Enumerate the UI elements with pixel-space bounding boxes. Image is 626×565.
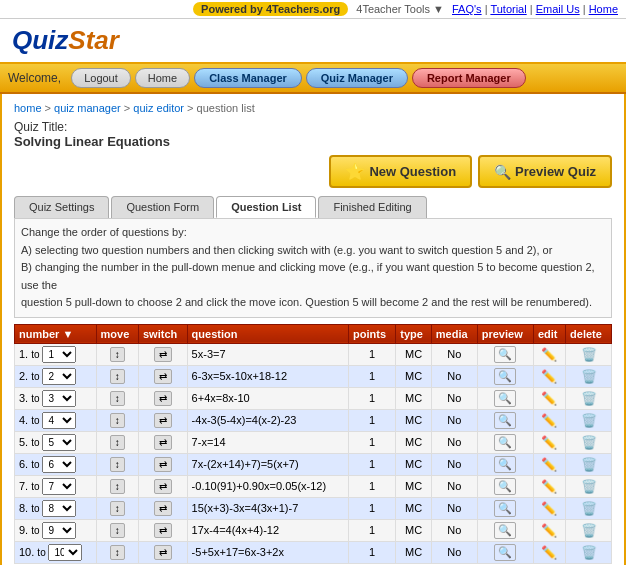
tabs: Quiz Settings Question Form Question Lis…	[14, 196, 612, 218]
delete-button[interactable]: 🗑️	[581, 457, 597, 472]
cell-delete: 🗑️	[566, 453, 612, 475]
move-button[interactable]: ↕	[110, 369, 125, 384]
cell-move: ↕	[96, 541, 138, 563]
class-manager-tab[interactable]: Class Manager	[194, 68, 302, 88]
tab-question-form[interactable]: Question Form	[111, 196, 214, 218]
delete-button[interactable]: 🗑️	[581, 479, 597, 494]
switch-button[interactable]: ⇄	[154, 523, 172, 538]
preview-button[interactable]: 🔍	[494, 368, 516, 385]
switch-button[interactable]: ⇄	[154, 545, 172, 560]
table-row: 10. to 12345678910 ↕ ⇄ -5+5x+17=6x-3+2x …	[15, 541, 612, 563]
cell-points: 1	[349, 387, 396, 409]
tab-quiz-settings[interactable]: Quiz Settings	[14, 196, 109, 218]
edit-button[interactable]: ✏️	[541, 545, 557, 560]
row-order-select[interactable]: 12345678910	[42, 346, 76, 363]
col-header-question: question	[187, 324, 348, 343]
switch-button[interactable]: ⇄	[154, 435, 172, 450]
cell-edit: ✏️	[533, 541, 565, 563]
delete-button[interactable]: 🗑️	[581, 347, 597, 362]
top-links: FAQ's | Tutorial | Email Us | Home	[452, 3, 618, 15]
faq-link[interactable]: FAQ's	[452, 3, 482, 15]
edit-button[interactable]: ✏️	[541, 501, 557, 516]
edit-button[interactable]: ✏️	[541, 479, 557, 494]
row-order-select[interactable]: 12345678910	[42, 390, 76, 407]
cell-media: No	[431, 387, 477, 409]
home-nav-button[interactable]: Home	[135, 68, 190, 88]
delete-button[interactable]: 🗑️	[581, 435, 597, 450]
switch-button[interactable]: ⇄	[154, 479, 172, 494]
row-order-select[interactable]: 12345678910	[42, 456, 76, 473]
preview-button[interactable]: 🔍	[494, 456, 516, 473]
edit-button[interactable]: ✏️	[541, 369, 557, 384]
preview-button[interactable]: 🔍	[494, 544, 516, 561]
edit-button[interactable]: ✏️	[541, 523, 557, 538]
cell-media: No	[431, 431, 477, 453]
switch-button[interactable]: ⇄	[154, 413, 172, 428]
tab-finished-editing[interactable]: Finished Editing	[318, 196, 426, 218]
row-order-select[interactable]: 12345678910	[42, 412, 76, 429]
main-content: home > quiz manager > quiz editor > ques…	[0, 94, 626, 565]
cell-num: 4. to 12345678910	[15, 409, 97, 431]
cell-points: 1	[349, 475, 396, 497]
cell-type: MC	[396, 453, 432, 475]
move-button[interactable]: ↕	[110, 347, 125, 362]
col-header-preview: preview	[477, 324, 533, 343]
delete-button[interactable]: 🗑️	[581, 501, 597, 516]
edit-button[interactable]: ✏️	[541, 435, 557, 450]
edit-button[interactable]: ✏️	[541, 391, 557, 406]
email-link[interactable]: Email Us	[536, 3, 580, 15]
tutorial-link[interactable]: Tutorial	[490, 3, 526, 15]
teacher-tools[interactable]: 4Teacher Tools ▼	[356, 3, 444, 15]
preview-button[interactable]: 🔍	[494, 522, 516, 539]
preview-button[interactable]: 🔍	[494, 390, 516, 407]
report-manager-tab[interactable]: Report Manager	[412, 68, 526, 88]
delete-button[interactable]: 🗑️	[581, 523, 597, 538]
delete-button[interactable]: 🗑️	[581, 391, 597, 406]
edit-button[interactable]: ✏️	[541, 457, 557, 472]
breadcrumb-quiz-editor[interactable]: quiz editor	[133, 102, 184, 114]
move-button[interactable]: ↕	[110, 391, 125, 406]
logout-button[interactable]: Logout	[71, 68, 131, 88]
delete-button[interactable]: 🗑️	[581, 545, 597, 560]
cell-type: MC	[396, 387, 432, 409]
preview-button[interactable]: 🔍	[494, 478, 516, 495]
preview-button[interactable]: 🔍	[494, 434, 516, 451]
preview-button[interactable]: 🔍	[494, 346, 516, 363]
delete-button[interactable]: 🗑️	[581, 413, 597, 428]
move-button[interactable]: ↕	[110, 501, 125, 516]
move-button[interactable]: ↕	[110, 523, 125, 538]
row-order-select[interactable]: 12345678910	[42, 500, 76, 517]
row-order-select[interactable]: 12345678910	[42, 522, 76, 539]
home-link[interactable]: Home	[589, 3, 618, 15]
new-question-button[interactable]: ⭐ New Question	[329, 155, 472, 188]
preview-button[interactable]: 🔍	[494, 412, 516, 429]
switch-button[interactable]: ⇄	[154, 457, 172, 472]
breadcrumb-home[interactable]: home	[14, 102, 42, 114]
cell-type: MC	[396, 409, 432, 431]
switch-button[interactable]: ⇄	[154, 347, 172, 362]
row-order-select[interactable]: 12345678910	[42, 434, 76, 451]
row-order-select[interactable]: 12345678910	[42, 478, 76, 495]
row-order-select[interactable]: 12345678910	[42, 368, 76, 385]
delete-button[interactable]: 🗑️	[581, 369, 597, 384]
move-button[interactable]: ↕	[110, 435, 125, 450]
tab-question-list[interactable]: Question List	[216, 196, 316, 218]
switch-button[interactable]: ⇄	[154, 369, 172, 384]
cell-num: 8. to 12345678910	[15, 497, 97, 519]
quiz-manager-tab[interactable]: Quiz Manager	[306, 68, 408, 88]
cell-question: 17x-4=4(4x+4)-12	[187, 519, 348, 541]
edit-button[interactable]: ✏️	[541, 413, 557, 428]
row-order-select[interactable]: 12345678910	[48, 544, 82, 561]
move-button[interactable]: ↕	[110, 457, 125, 472]
cell-media: No	[431, 365, 477, 387]
edit-button[interactable]: ✏️	[541, 347, 557, 362]
move-button[interactable]: ↕	[110, 545, 125, 560]
preview-quiz-button[interactable]: 🔍 Preview Quiz	[478, 155, 612, 188]
move-button[interactable]: ↕	[110, 413, 125, 428]
instruction-line4: question 5 pull-down to choose 2 and cli…	[21, 296, 592, 308]
switch-button[interactable]: ⇄	[154, 501, 172, 516]
preview-button[interactable]: 🔍	[494, 500, 516, 517]
switch-button[interactable]: ⇄	[154, 391, 172, 406]
breadcrumb-quiz-manager[interactable]: quiz manager	[54, 102, 121, 114]
move-button[interactable]: ↕	[110, 479, 125, 494]
